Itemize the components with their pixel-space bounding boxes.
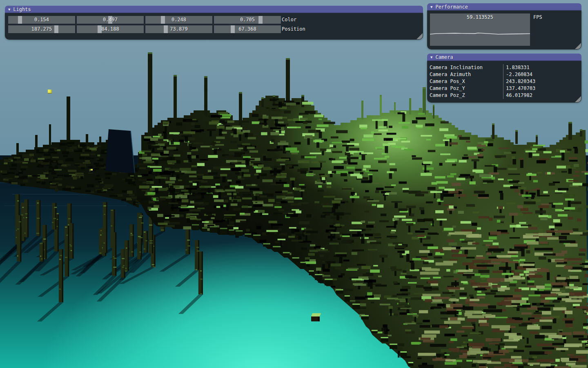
slider-position-3[interactable]: 67.368 — [214, 25, 281, 33]
camera-property-value: 1.838331 — [503, 64, 581, 71]
slider-row-label: Position — [282, 25, 305, 33]
collapse-triangle-icon[interactable]: ▼ — [430, 55, 432, 59]
slider-color-3[interactable]: 0.705 — [214, 16, 281, 24]
lights-panel-title: Lights — [13, 7, 31, 12]
performance-panel: ▼ Performance 59.113525 FPS — [427, 3, 581, 49]
camera-property-row: Camera Poz_Z46.017982 — [427, 92, 581, 99]
slider-value: 67.368 — [214, 25, 281, 33]
fps-label: FPS — [533, 15, 542, 20]
slider-value: 0.497 — [77, 16, 144, 24]
slider-value: 73.879 — [145, 25, 212, 33]
performance-panel-titlebar[interactable]: ▼ Performance — [427, 3, 581, 11]
slider-row-label: Color — [282, 16, 296, 24]
performance-panel-body: 59.113525 FPS — [427, 11, 581, 49]
camera-property-row: Camera Azimuth-2.260834 — [427, 71, 581, 78]
slider-value: 0.248 — [145, 16, 212, 24]
lights-panel-titlebar[interactable]: ▼ Lights — [5, 6, 423, 13]
slider-position-0[interactable]: 187.275 — [8, 25, 75, 33]
camera-panel-titlebar[interactable]: ▼ Camera — [427, 54, 581, 61]
camera-property-value: 46.017982 — [503, 92, 581, 99]
lights-panel: ▼ Lights 0.1540.4970.2480.705Color187.27… — [5, 6, 423, 40]
collapse-triangle-icon[interactable]: ▼ — [8, 7, 10, 11]
resize-grip-icon[interactable] — [575, 96, 581, 102]
light-slider-row-color: 0.1540.4970.2480.705Color — [8, 16, 423, 24]
camera-property-value: -2.260834 — [503, 71, 581, 78]
camera-property-row: Camera Inclination1.838331 — [427, 64, 581, 71]
resize-grip-icon[interactable] — [575, 43, 581, 49]
slider-value: 187.275 — [8, 25, 75, 33]
camera-panel: ▼ Camera Camera Inclination1.838331Camer… — [427, 54, 581, 103]
camera-panel-body: Camera Inclination1.838331Camera Azimuth… — [427, 61, 581, 103]
lights-panel-body: 0.1540.4970.2480.705Color187.27584.18873… — [5, 13, 423, 40]
camera-property-label: Camera Azimuth — [427, 71, 503, 78]
camera-property-row: Camera Poz_Y137.470703 — [427, 85, 581, 92]
slider-position-2[interactable]: 73.879 — [145, 25, 212, 33]
slider-value: 0.154 — [8, 16, 75, 24]
camera-property-row: Camera Pos_X243.820343 — [427, 78, 581, 85]
fps-graph: 59.113525 — [430, 13, 530, 46]
camera-panel-title: Camera — [435, 55, 453, 60]
light-slider-row-position: 187.27584.18873.87967.368Position — [8, 25, 423, 33]
voxel-engine-window: ▼ Lights 0.1540.4970.2480.705Color187.27… — [0, 0, 588, 368]
slider-color-1[interactable]: 0.497 — [77, 16, 144, 24]
camera-property-label: Camera Poz_Y — [427, 85, 503, 92]
camera-property-value: 137.470703 — [503, 85, 581, 92]
slider-value: 84.188 — [77, 25, 144, 33]
camera-property-value: 243.820343 — [503, 78, 581, 85]
camera-property-label: Camera Pos_X — [427, 78, 503, 85]
fps-value: 59.113525 — [430, 15, 530, 20]
slider-color-0[interactable]: 0.154 — [8, 16, 75, 24]
slider-value: 0.705 — [214, 16, 281, 24]
collapse-triangle-icon[interactable]: ▼ — [430, 5, 432, 9]
slider-color-2[interactable]: 0.248 — [145, 16, 212, 24]
slider-position-1[interactable]: 84.188 — [77, 25, 144, 33]
camera-property-label: Camera Poz_Z — [427, 92, 503, 99]
resize-grip-icon[interactable] — [416, 33, 423, 39]
camera-property-label: Camera Inclination — [427, 64, 503, 71]
performance-panel-title: Performance — [435, 4, 468, 9]
